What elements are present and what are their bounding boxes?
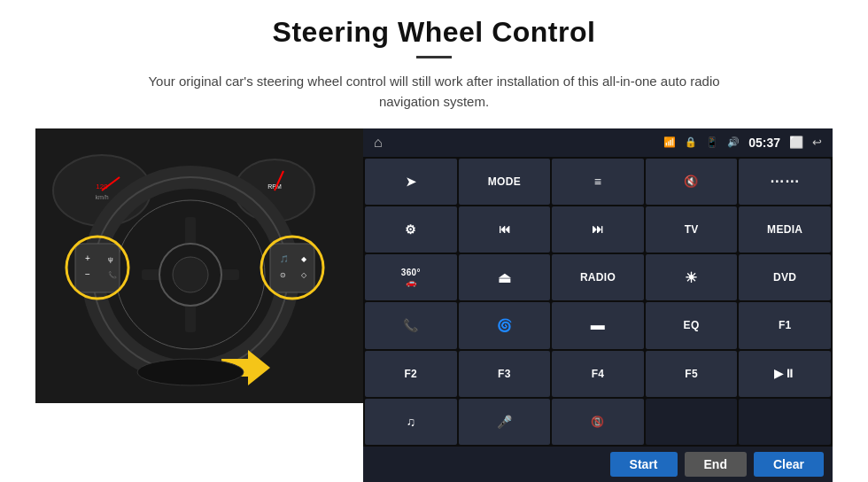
- btn-f1[interactable]: F1: [739, 302, 831, 348]
- btn-mute[interactable]: 🔇: [646, 159, 738, 205]
- btn-rect[interactable]: ▬: [552, 302, 644, 348]
- btn-f2[interactable]: F2: [365, 351, 457, 397]
- page-subtitle: Your original car's steering wheel contr…: [133, 71, 735, 113]
- btn-empty-2: [739, 399, 831, 445]
- btn-browse[interactable]: 🌀: [459, 302, 551, 348]
- svg-rect-21: [270, 244, 314, 292]
- svg-text:⊙: ⊙: [280, 271, 286, 279]
- steering-wheel-image: 120 km/h RPM: [35, 128, 363, 403]
- btn-brightness[interactable]: ☀: [646, 254, 738, 300]
- btn-phone[interactable]: 📞: [365, 302, 457, 348]
- btn-navigate[interactable]: ➤: [365, 159, 457, 205]
- svg-rect-15: [75, 244, 120, 292]
- svg-text:km/h: km/h: [95, 194, 108, 200]
- screen-icon[interactable]: ⬜: [789, 136, 803, 149]
- btn-apps[interactable]: ⋯⋯: [739, 159, 831, 205]
- btn-mic[interactable]: 🎤: [459, 399, 551, 445]
- btn-eject[interactable]: ⏏: [459, 254, 551, 300]
- svg-point-28: [137, 359, 244, 385]
- btn-tv[interactable]: TV: [646, 206, 738, 253]
- svg-text:−: −: [85, 269, 90, 279]
- btn-360[interactable]: 360°🚗: [365, 254, 457, 300]
- btn-play-pause[interactable]: ▶⏸: [739, 351, 831, 397]
- btn-f4[interactable]: F4: [552, 351, 644, 397]
- clock-display: 05:37: [748, 136, 780, 150]
- svg-point-14: [173, 257, 208, 292]
- control-panel: ⌂ 📶 🔒 📱 🔊 05:37 ⬜ ↩ ➤ MODE ≡ 🔇 ⋯⋯: [363, 128, 833, 483]
- btn-music[interactable]: ♫: [365, 399, 457, 445]
- svg-text:📞: 📞: [108, 270, 117, 279]
- clear-button[interactable]: Clear: [754, 452, 824, 477]
- svg-text:ψ: ψ: [108, 255, 113, 263]
- btn-empty-1: [646, 399, 738, 445]
- btn-radio[interactable]: RADIO: [552, 254, 644, 300]
- sim-icon: 📱: [706, 136, 718, 148]
- panel-topbar: ⌂ 📶 🔒 📱 🔊 05:37 ⬜ ↩: [363, 128, 833, 157]
- lock-icon: 🔒: [685, 136, 697, 148]
- bt-icon: 🔊: [727, 136, 740, 148]
- start-button[interactable]: Start: [610, 452, 678, 477]
- btn-call-end[interactable]: 📵: [552, 399, 644, 445]
- btn-dvd[interactable]: DVD: [739, 254, 831, 300]
- svg-text:🎵: 🎵: [280, 254, 289, 263]
- title-divider: [416, 56, 452, 58]
- btn-mode[interactable]: MODE: [459, 159, 551, 205]
- page-title: Steering Wheel Control: [273, 16, 596, 49]
- panel-bottom-bar: Start End Clear: [363, 447, 833, 482]
- home-icon[interactable]: ⌂: [374, 135, 383, 151]
- wifi-icon: 📶: [663, 136, 676, 148]
- back-icon[interactable]: ↩: [812, 136, 822, 149]
- btn-settings[interactable]: ⚙: [365, 206, 457, 253]
- end-button[interactable]: End: [685, 452, 747, 477]
- btn-prev[interactable]: ⏮: [459, 206, 551, 253]
- svg-text:◆: ◆: [301, 255, 307, 263]
- svg-text:◇: ◇: [301, 271, 307, 279]
- svg-text:+: +: [85, 253, 90, 263]
- btn-f3[interactable]: F3: [459, 351, 551, 397]
- btn-media[interactable]: MEDIA: [739, 206, 831, 253]
- btn-next[interactable]: ⏭: [552, 206, 644, 253]
- btn-list[interactable]: ≡: [552, 159, 644, 205]
- button-grid: ➤ MODE ≡ 🔇 ⋯⋯ ⚙ ⏮ ⏭ TV MEDIA 360°🚗 ⏏ RAD…: [363, 157, 833, 447]
- btn-eq[interactable]: EQ: [646, 302, 738, 348]
- btn-f5[interactable]: F5: [646, 351, 738, 397]
